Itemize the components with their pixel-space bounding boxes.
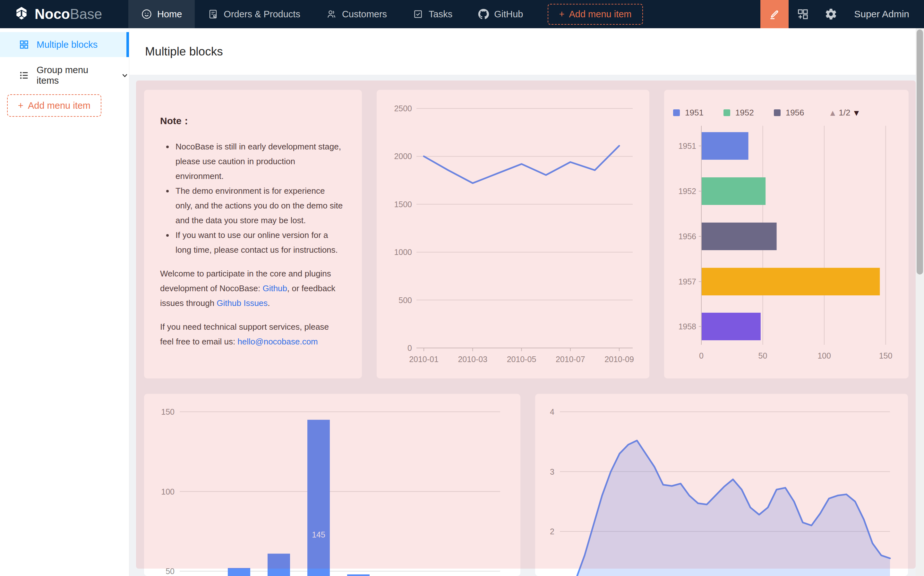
email-link[interactable]: hello@nocobase.com: [237, 337, 318, 346]
svg-text:150: 150: [879, 351, 892, 360]
svg-text:50: 50: [759, 351, 767, 360]
nav-item-label: GitHub: [494, 9, 523, 19]
svg-text:2010-09: 2010-09: [604, 355, 634, 364]
svg-text:0: 0: [699, 351, 704, 360]
page-title: Multiple blocks: [145, 28, 223, 75]
nav-item-home[interactable]: Home: [128, 0, 195, 28]
sidebar-item-label: Group menu items: [37, 65, 110, 86]
svg-text:1952: 1952: [678, 187, 696, 196]
chevron-down-icon: [121, 71, 129, 80]
svg-text:100: 100: [817, 351, 831, 360]
tasks-icon: [413, 9, 423, 19]
svg-text:145: 145: [312, 530, 325, 539]
area-chart-block: 432: [535, 394, 908, 576]
svg-text:3: 3: [550, 467, 554, 476]
blocks-grid-icon: [19, 39, 29, 50]
nav-item-customers[interactable]: Customers: [313, 0, 400, 28]
line-chart-block: 050010001500200025002010-012010-032010-0…: [377, 90, 649, 378]
customers-icon: [326, 9, 337, 19]
plus-icon: +: [18, 101, 23, 111]
svg-text:1956: 1956: [678, 232, 696, 241]
svg-text:2010-01: 2010-01: [409, 355, 439, 364]
orders-icon: [208, 9, 218, 19]
add-menu-item-label: Add menu item: [569, 9, 631, 19]
top-navbar: NocoBase Home Ord: [0, 0, 924, 28]
svg-text:1957: 1957: [678, 277, 696, 286]
add-block-templates-button[interactable]: [789, 0, 817, 28]
ui-editor-button[interactable]: [761, 0, 789, 28]
svg-text:150: 150: [161, 407, 175, 416]
svg-text:4: 4: [550, 407, 554, 416]
settings-button[interactable]: [817, 0, 845, 28]
navbar-right-actions: Super Admin: [761, 0, 924, 28]
page-header: Multiple blocks: [129, 28, 916, 75]
sidebar-add-menu-item-button[interactable]: + Add menu item: [7, 94, 101, 117]
note-bullet: NocoBase is still in early development s…: [174, 139, 344, 184]
nav-item-label: Orders & Products: [224, 9, 300, 19]
horizontal-bar-chart-block: 1951 1952 1956 ▲ 1/2 ▼ 05010015019511952…: [664, 90, 909, 378]
svg-text:1958: 1958: [678, 322, 696, 331]
github-icon: [478, 9, 489, 19]
sidebar: Multiple blocks Group menu items + Add m…: [0, 28, 129, 576]
nocobase-logo-icon: [13, 5, 30, 23]
user-menu[interactable]: Super Admin: [845, 9, 924, 19]
note-paragraph-support: If you need technical support services, …: [160, 320, 344, 349]
scrollbar-thumb[interactable]: [917, 29, 923, 275]
gear-icon: [825, 8, 838, 21]
sidebar-item-group-menu-items[interactable]: Group menu items: [0, 63, 129, 88]
highlighter-icon: [768, 8, 781, 21]
navbar-add-menu-item-button[interactable]: + Add menu item: [548, 4, 643, 25]
note-bullet: The demo environment is for experience o…: [174, 184, 344, 228]
sidebar-item-label: Multiple blocks: [37, 40, 98, 50]
grid-plus-icon: [796, 8, 809, 21]
note-text: .: [267, 298, 270, 308]
main-menu: Home Orders & Products: [128, 0, 536, 28]
nav-item-github[interactable]: GitHub: [465, 0, 536, 28]
plus-icon: +: [559, 9, 565, 19]
svg-text:2010-07: 2010-07: [556, 355, 585, 364]
svg-text:500: 500: [399, 296, 412, 305]
note-title: Note：: [160, 114, 344, 128]
add-menu-item-label: Add menu item: [28, 101, 90, 111]
note-bullet-list: NocoBase is still in early development s…: [159, 139, 344, 257]
area-chart[interactable]: 432: [535, 394, 908, 576]
github-issues-link[interactable]: Github Issues: [216, 298, 267, 308]
markdown-note-block: Note： NocoBase is still in early develop…: [144, 90, 362, 378]
svg-text:2010-03: 2010-03: [458, 355, 487, 364]
svg-text:0: 0: [407, 344, 412, 352]
nav-item-tasks[interactable]: Tasks: [400, 0, 465, 28]
github-link[interactable]: Github: [263, 283, 287, 293]
svg-text:1951: 1951: [678, 141, 696, 150]
svg-text:2500: 2500: [394, 104, 412, 113]
svg-text:2010-05: 2010-05: [507, 355, 536, 364]
list-icon: [19, 70, 29, 81]
nav-item-label: Tasks: [429, 9, 452, 19]
nav-item-label: Home: [157, 9, 182, 19]
brand-text: NocoBase: [35, 6, 102, 22]
nocobase-app: NocoBase Home Ord: [0, 0, 924, 576]
svg-text:1500: 1500: [394, 200, 412, 209]
note-paragraph-community: Welcome to participate in the core and p…: [160, 266, 344, 310]
line-chart[interactable]: 050010001500200025002010-012010-032010-0…: [377, 90, 649, 378]
smiley-icon: [141, 9, 152, 19]
scrollbar-track[interactable]: [916, 28, 924, 576]
svg-text:2: 2: [550, 527, 554, 536]
svg-text:50: 50: [165, 567, 175, 576]
vertical-bar-chart[interactable]: 15010050145: [144, 394, 520, 576]
vertical-bar-chart-block: 15010050145: [144, 394, 520, 576]
nav-item-orders-products[interactable]: Orders & Products: [195, 0, 313, 28]
svg-text:2000: 2000: [394, 152, 412, 161]
horizontal-bar-chart[interactable]: 05010015019511952195619571958: [664, 90, 909, 378]
svg-text:100: 100: [161, 487, 175, 496]
nav-item-label: Customers: [342, 9, 387, 19]
sidebar-item-multiple-blocks[interactable]: Multiple blocks: [0, 32, 129, 57]
svg-text:1000: 1000: [394, 248, 412, 256]
nocobase-logo[interactable]: NocoBase: [0, 5, 128, 23]
note-bullet: If you want to use our online version fo…: [174, 228, 344, 257]
